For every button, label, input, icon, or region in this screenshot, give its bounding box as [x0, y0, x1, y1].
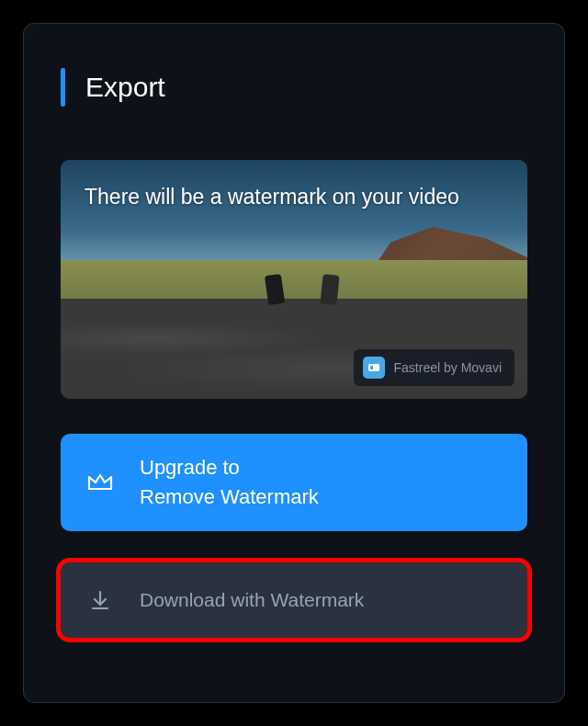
- watermark-warning-text: There will be a watermark on your video: [85, 182, 459, 211]
- watermark-badge-label: Fastreel by Movavi: [394, 360, 502, 375]
- preview-scene-figure: [264, 274, 284, 305]
- export-panel: Export There will be a watermark on your…: [23, 23, 565, 703]
- crown-icon: [86, 469, 114, 496]
- upgrade-button-label: Upgrade to Remove Watermark: [140, 453, 319, 512]
- page-title: Export: [85, 72, 165, 103]
- fastreel-logo-icon: [363, 357, 385, 379]
- panel-header: Export: [61, 68, 527, 107]
- svg-rect-1: [370, 366, 373, 369]
- svg-rect-0: [368, 364, 379, 371]
- watermark-badge: Fastreel by Movavi: [354, 349, 514, 386]
- download-icon: [86, 586, 114, 614]
- download-button-label: Download with Watermark: [140, 586, 364, 614]
- upgrade-button[interactable]: Upgrade to Remove Watermark: [61, 434, 527, 531]
- video-preview: There will be a watermark on your video …: [61, 160, 527, 399]
- header-accent-bar: [61, 68, 65, 107]
- preview-scene-grass: [61, 260, 527, 303]
- download-with-watermark-button[interactable]: Download with Watermark: [61, 562, 527, 638]
